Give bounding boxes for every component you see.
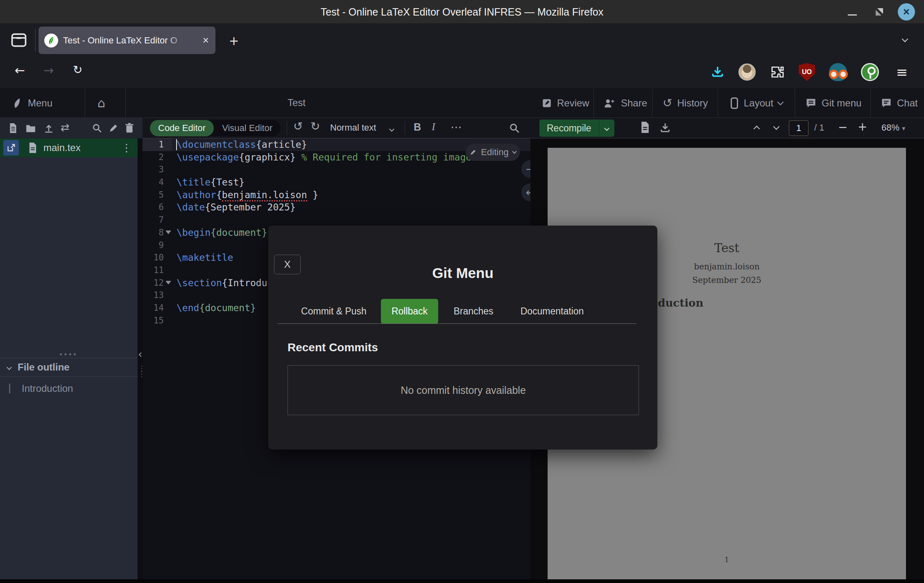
pdf-title: Test: [714, 241, 739, 255]
zoom-out-button[interactable]: −: [838, 120, 847, 134]
layout-button[interactable]: Layout: [730, 88, 783, 118]
editor-search-icon[interactable]: [509, 122, 520, 134]
chat-button[interactable]: Chat: [881, 88, 918, 118]
file-tree-item-maintex[interactable]: main.tex ⋮: [0, 138, 138, 157]
text-cursor: [176, 139, 177, 150]
modal-tab-branches[interactable]: Branches: [443, 299, 504, 324]
redo-icon[interactable]: ↻: [310, 120, 320, 133]
chat-icon: [881, 97, 892, 109]
pdf-date: September 2025: [692, 275, 761, 285]
bold-button[interactable]: B: [414, 121, 421, 133]
rename-pencil-icon[interactable]: [108, 123, 119, 133]
code-line-3[interactable]: 3: [143, 163, 530, 176]
modal-close-button[interactable]: X: [274, 255, 301, 274]
pdf-page-number: 1: [725, 556, 729, 564]
sync-icon[interactable]: ⇄: [61, 121, 70, 133]
collapse-outline-chevron[interactable]: ‹: [138, 348, 142, 360]
file-tree-toolbar: ⇄: [0, 118, 143, 138]
ublock-origin-icon[interactable]: UO: [797, 62, 817, 82]
paragraph-format-select[interactable]: Normal text: [330, 122, 376, 133]
compile-log-icon[interactable]: [640, 121, 650, 133]
extensions-icon[interactable]: [767, 62, 787, 82]
browser-tab-bar: Test - Online LaTeX Editor O × +: [0, 23, 924, 57]
recompile-options-chevron[interactable]: [599, 124, 614, 132]
commit-history-box: No commit history available: [288, 365, 639, 415]
next-page-chevron[interactable]: [774, 123, 779, 131]
code-line-7[interactable]: 7: [143, 214, 530, 226]
upload-icon[interactable]: [43, 123, 54, 133]
delete-trash-icon[interactable]: [125, 123, 134, 133]
undo-icon[interactable]: ↺: [293, 120, 303, 133]
empty-message: No commit history available: [401, 384, 526, 396]
key-icon: [861, 63, 879, 81]
editing-mode-button[interactable]: Editing: [466, 144, 520, 161]
code-line-4[interactable]: 4\title{Test}: [143, 176, 530, 189]
visual-editor-tab[interactable]: Visual Editor: [214, 123, 281, 133]
sidebar-resizer[interactable]: ⋮⋮ ⋮⋮: [138, 138, 143, 583]
code-editor-tab[interactable]: Code Editor: [150, 120, 214, 136]
minimize-icon: [848, 14, 857, 16]
tab-close-icon[interactable]: ×: [203, 34, 209, 47]
file-icon: [28, 142, 38, 154]
search-file-icon[interactable]: [92, 123, 102, 133]
modal-tab-documentation[interactable]: Documentation: [510, 299, 595, 324]
share-button[interactable]: Share: [604, 88, 647, 118]
more-tools-icon[interactable]: ⋯: [451, 120, 462, 134]
downloads-icon[interactable]: [708, 62, 727, 82]
pencil-icon: [469, 149, 477, 156]
new-folder-icon[interactable]: [25, 123, 36, 133]
recompile-label: Recompile: [539, 123, 599, 134]
file-kebab-menu-icon[interactable]: ⋮: [121, 142, 132, 154]
dropdown-triangle-icon: ▾: [902, 124, 905, 132]
fold-arrow-icon[interactable]: [165, 281, 171, 285]
zoom-level-select[interactable]: 68% ▾: [881, 122, 905, 133]
maximize-button[interactable]: [872, 4, 887, 20]
glasses-icon: [829, 63, 847, 81]
file-outline-header[interactable]: File outline: [0, 358, 138, 377]
privacy-extension-icon[interactable]: [828, 62, 848, 82]
fold-arrow-icon[interactable]: [165, 230, 171, 234]
keepassxc-icon[interactable]: [860, 62, 880, 82]
forward-button[interactable]: →: [43, 63, 54, 77]
download-pdf-icon[interactable]: [659, 122, 671, 133]
chevron-down-icon[interactable]: [390, 125, 394, 133]
page-number-input[interactable]: 1: [789, 120, 808, 136]
list-all-tabs-icon[interactable]: [903, 36, 907, 43]
italic-button[interactable]: I: [432, 121, 435, 133]
minimize-button[interactable]: [845, 4, 860, 20]
git-menu-button[interactable]: Git menu: [805, 88, 861, 118]
zoom-in-button[interactable]: +: [858, 120, 867, 133]
previous-page-chevron[interactable]: [754, 125, 759, 133]
new-file-icon[interactable]: [8, 123, 18, 133]
chevron-down-icon: [7, 365, 12, 370]
profile-avatar[interactable]: [737, 62, 757, 82]
history-button[interactable]: ↺ History: [663, 88, 708, 118]
outline-item-introduction[interactable]: Introduction: [0, 380, 138, 397]
share-icon: [604, 98, 616, 108]
pdf-author: benjamin.loison: [694, 262, 759, 271]
modal-title: Git Menu: [432, 265, 494, 281]
page-total-label: / 1: [814, 122, 824, 133]
code-line-5[interactable]: 5\author{benjamin.loison }: [143, 189, 530, 201]
open-in-new-window-icon[interactable]: [3, 140, 19, 156]
firefox-view-icon[interactable]: [10, 31, 28, 50]
new-tab-button[interactable]: +: [229, 32, 238, 50]
chevron-down-icon: [777, 99, 784, 106]
close-button[interactable]: ×: [898, 3, 915, 20]
tab-title-fade: [167, 30, 192, 51]
code-line-6[interactable]: 6\date{September 2025}: [143, 201, 530, 214]
file-name: main.tex: [43, 142, 81, 154]
overleaf-menu-button[interactable]: Menu: [11, 88, 52, 118]
menu-hamburger-icon[interactable]: ≡: [892, 62, 912, 82]
review-button[interactable]: Review: [541, 88, 589, 118]
modal-tab-commit-push[interactable]: Commit & Push: [290, 299, 377, 324]
history-icon: ↺: [663, 96, 672, 110]
reload-button[interactable]: ↻: [73, 63, 82, 77]
modal-tab-rollback[interactable]: Rollback: [381, 299, 438, 324]
home-icon[interactable]: ⌂: [97, 88, 105, 118]
browser-tab[interactable]: Test - Online LaTeX Editor O ×: [38, 27, 215, 54]
recompile-button[interactable]: Recompile: [539, 120, 614, 137]
back-button[interactable]: ←: [15, 63, 25, 77]
close-icon: ×: [903, 6, 910, 18]
window-title: Test - Online LaTeX Editor Overleaf INFR…: [321, 6, 604, 18]
